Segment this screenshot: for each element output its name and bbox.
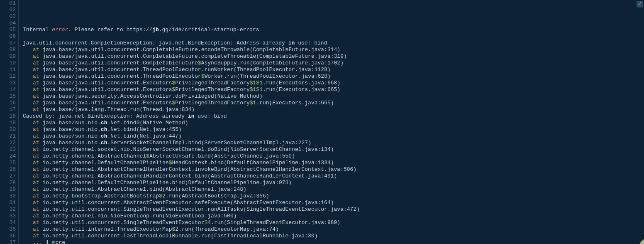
code-area[interactable]: Internal error. Please refer to https://… [19,0,644,244]
code-line [23,33,644,40]
line-number: 06 [0,33,18,40]
line-number: 14 [0,86,18,93]
code-segment: at [33,100,39,106]
code-line: at java.base/java.util.concurrent.Thread… [23,67,644,73]
code-line: at io.netty.channel.AbstractChannelHandl… [23,166,644,173]
code-segment: AbstractUnsafe.bind(AbstractChannel.java… [149,153,295,159]
line-number: 21 [0,133,18,140]
code-segment: $ [146,153,149,159]
code-segment: use: bind [295,40,327,46]
code-segment: $ [250,80,253,86]
expand-icon[interactable]: ⤢ [637,1,643,7]
code-segment: . Please refer to https:// [68,27,152,33]
code-line: at java.base/sun.nio.ch.Net.bind(Net.jav… [23,133,644,140]
code-segment: $ [198,60,201,66]
code-segment: at [33,106,39,113]
code-line: at io.netty.bootstrap.AbstractBootstrap$… [23,193,644,200]
line-number: 26 [0,166,18,173]
line-number: 25 [0,160,18,166]
line-number: 07 [0,40,18,47]
code-line: at java.base/sun.nio.ch.Net.bind0(Native… [23,120,644,126]
code-line: at io.netty.util.concurrent.AbstractEven… [23,200,644,206]
code-segment: java.base/java.util.concurrent.Completab… [39,47,341,53]
code-segment: at [33,146,39,153]
code-line: at java.base/java.security.AccessControl… [23,93,644,100]
code-line: at java.base/java.util.concurrent.Comple… [23,47,644,53]
code-line: at java.base/java.util.concurrent.Thread… [23,73,644,80]
code-segment: Caused by: java.net.BindException: Addre… [23,113,188,119]
code-segment: PrivilegedThreadFactory [175,100,249,106]
code-segment: at [33,200,39,206]
code-segment: at [33,213,39,219]
code-segment: jb [152,27,159,33]
code-line: at io.netty.channel.socket.nio.NioServer… [23,146,644,153]
code-segment: $ [250,86,253,93]
code-segment: io.netty.channel.AbstractChannelHandlerC… [39,166,357,173]
code-line: at java.base/java.lang.Thread.run(Thread… [23,106,644,113]
code-segment: at [33,120,39,126]
code-segment: at [33,60,39,66]
code-segment: java.base/sun.nio. [39,120,101,126]
code-segment: $ [256,80,259,86]
code-segment: io.netty.channel.DefaultChannelPipeline.… [39,180,292,186]
code-segment: java.base/java.util.concurrent.Executors [39,80,172,86]
code-line: at io.netty.channel.AbstractChannel.bind… [23,186,644,193]
code-segment: java.base/sun.nio. [39,140,101,146]
code-segment: ch [101,133,107,139]
code-segment: io.netty.util.concurrent.SingleThreadEve… [39,206,360,212]
line-number: 36 [0,233,18,239]
code-segment: at [33,166,39,173]
code-segment: PrivilegedThreadFactory [175,86,249,93]
line-number: 17 [0,106,18,113]
code-segment: ch [101,120,107,126]
code-segment: 1.run(Executors.java:665) [259,86,340,93]
code-segment: .Net.bind(Net.java:455) [107,126,181,133]
code-segment: java.base/java.util.concurrent.Completab… [39,60,198,66]
line-number: 27 [0,173,18,180]
code-segment: io.netty.channel.AbstractChannelHandlerC… [39,173,337,179]
line-number: 12 [0,73,18,80]
code-line: at io.netty.channel.DefaultChannelPipeli… [23,180,644,186]
code-line: at java.base/java.util.concurrent.Execut… [23,86,644,93]
line-number: 32 [0,206,18,213]
line-gutter: 0102030405060708091011121314151617181920… [0,0,19,244]
code-segment: $ [250,100,253,106]
code-segment: 2.run(AbstractBootstrap.java:356) [162,193,269,199]
line-number: 03 [0,13,18,20]
code-line: at io.netty.util.concurrent.SingleThread… [23,206,644,213]
code-line: Internal error. Please refer to https://… [23,27,644,33]
code-segment: java.base/java.util.concurrent.Executors [39,100,172,106]
code-segment: at [33,73,39,79]
line-number: 05 [0,27,18,33]
line-number: 35 [0,226,18,233]
code-segment: io.netty.util.internal.ThreadExecutorMap [39,226,172,232]
line-number: 16 [0,100,18,106]
code-segment: io.netty.util.concurrent.FastThreadLocal… [39,233,318,239]
code-segment: at [33,80,39,86]
line-number: 09 [0,53,18,60]
code-segment: $ [256,86,259,93]
code-line: at io.netty.util.concurrent.FastThreadLo… [23,233,644,239]
code-segment: at [33,226,39,232]
code-segment: at [33,193,39,199]
code-segment: ... 1 more [33,239,65,244]
code-line: at io.netty.util.internal.ThreadExecutor… [23,226,644,233]
line-number: 18 [0,113,18,120]
code-segment: .ServerSocketChannelImpl.bind(ServerSock… [107,140,311,146]
code-line: at java.base/sun.nio.ch.Net.bind(Net.jav… [23,126,644,133]
code-line: at java.base/java.util.concurrent.Execut… [23,100,644,106]
code-segment: 1.run(Executors.java:668) [259,80,340,86]
code-segment: 2.run(ThreadExecutorMap.java:74) [175,226,279,232]
code-segment: error [52,27,68,33]
line-number: 20 [0,126,18,133]
code-segment: ch [101,126,107,133]
code-segment: 4.run(SingleThreadEventExecutor.java:989… [207,219,340,226]
line-number: 24 [0,153,18,160]
code-segment: .gg/ide/critical-startup-errors [159,27,259,33]
code-segment: at [33,180,39,186]
code-line: ... 1 more [23,239,644,244]
code-segment: java.base/sun.nio. [39,133,101,139]
line-number: 30 [0,193,18,200]
line-number: 37 [0,239,18,244]
code-line: at java.base/sun.nio.ch.ServerSocketChan… [23,140,644,146]
